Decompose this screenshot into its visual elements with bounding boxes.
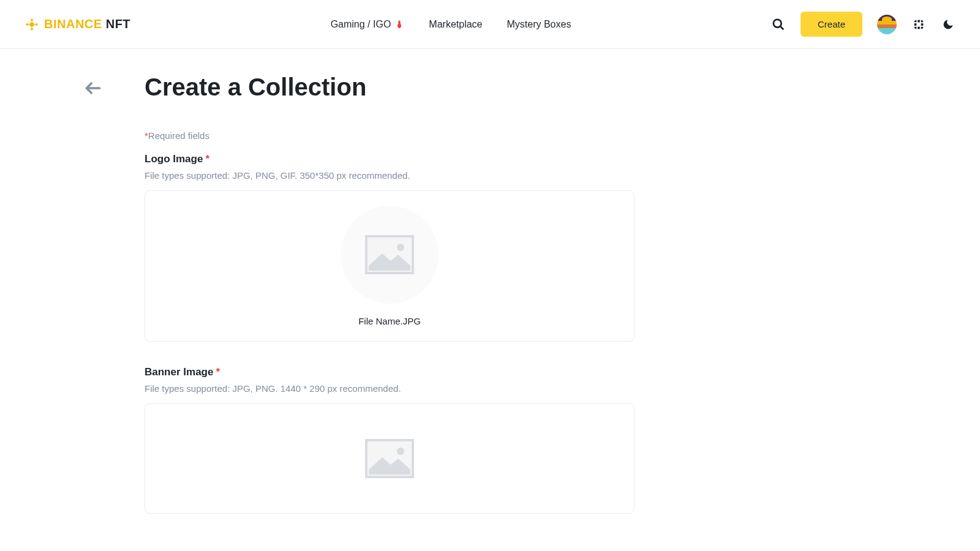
- field-hint: File types supported: JPG, PNG, GIF. 350…: [145, 170, 635, 181]
- field-hint: File types supported: JPG, PNG. 1440 * 2…: [145, 383, 635, 394]
- svg-point-10: [397, 448, 404, 455]
- field-logo-image: Logo Image * File types supported: JPG, …: [145, 153, 635, 342]
- nav-link-label: Mystery Boxes: [507, 19, 571, 30]
- header: BINANCE NFT Gaming / IGO Marketplace Mys…: [0, 0, 980, 49]
- nav-link-marketplace[interactable]: Marketplace: [429, 19, 482, 30]
- nav-link-mystery-boxes[interactable]: Mystery Boxes: [507, 19, 571, 30]
- field-label: Banner Image *: [145, 366, 635, 378]
- avatar[interactable]: [877, 15, 897, 34]
- create-button[interactable]: Create: [801, 12, 862, 37]
- required-asterisk: *: [216, 366, 220, 378]
- nav-link-label: Gaming / IGO: [331, 19, 391, 30]
- content: *Required fields Logo Image * File types…: [145, 130, 635, 514]
- logo-text: BINANCE NFT: [44, 17, 130, 31]
- moon-icon: [942, 18, 954, 31]
- language-button[interactable]: [911, 17, 926, 32]
- upload-preview-circle: [341, 206, 439, 304]
- nav-link-gaming[interactable]: Gaming / IGO: [331, 19, 405, 30]
- back-button[interactable]: [83, 78, 103, 98]
- logo-upload-area[interactable]: File Name.JPG: [145, 190, 635, 342]
- fire-icon: [394, 20, 404, 29]
- search-button[interactable]: [771, 17, 786, 32]
- field-label: Logo Image *: [145, 153, 635, 165]
- nav: Gaming / IGO Marketplace Mystery Boxes: [331, 19, 571, 30]
- search-icon: [772, 18, 785, 31]
- banner-upload-area[interactable]: [145, 403, 635, 514]
- required-note: *Required fields: [145, 130, 635, 141]
- globe-icon: [912, 18, 925, 31]
- logo[interactable]: BINANCE NFT: [24, 17, 130, 32]
- svg-line-1: [780, 26, 784, 29]
- svg-rect-2: [918, 20, 920, 22]
- image-placeholder-icon: [365, 235, 414, 274]
- page-title: Create a Collection: [145, 73, 835, 101]
- svg-point-0: [774, 19, 782, 27]
- image-placeholder-icon: [365, 439, 414, 478]
- arrow-left-icon: [83, 78, 103, 98]
- binance-logo-icon: [24, 17, 39, 32]
- main: Create a Collection *Required fields Log…: [145, 49, 835, 551]
- svg-rect-3: [918, 26, 920, 29]
- theme-toggle[interactable]: [941, 17, 956, 32]
- file-name-label: File Name.JPG: [358, 316, 421, 326]
- svg-rect-5: [921, 23, 924, 26]
- nav-link-label: Marketplace: [429, 19, 482, 30]
- field-banner-image: Banner Image * File types supported: JPG…: [145, 366, 635, 514]
- svg-rect-4: [914, 23, 917, 26]
- header-right: Create: [771, 12, 956, 37]
- required-asterisk: *: [205, 153, 209, 165]
- svg-point-8: [397, 244, 404, 251]
